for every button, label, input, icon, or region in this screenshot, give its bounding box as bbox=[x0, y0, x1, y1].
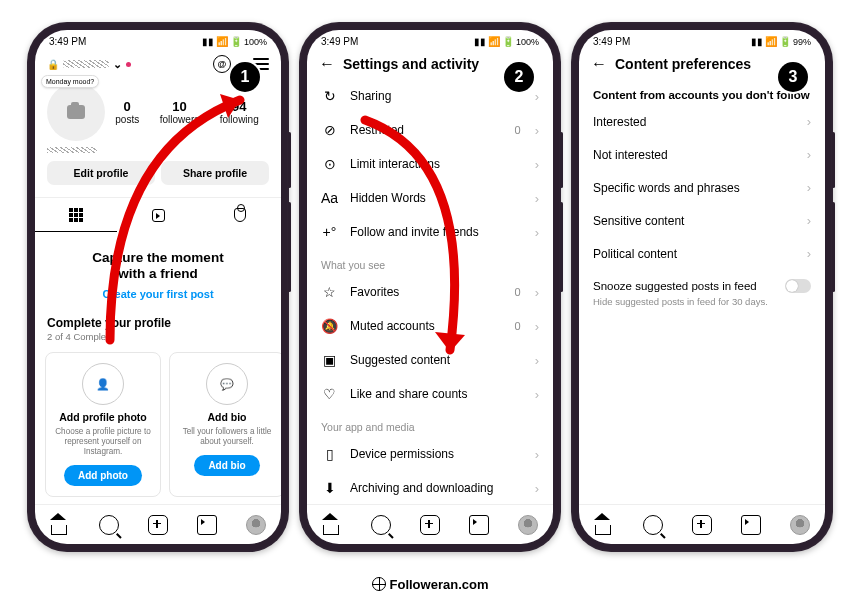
snooze-toggle[interactable] bbox=[785, 279, 811, 293]
row-label: Limit interactions bbox=[350, 157, 523, 171]
empty-state: Capture the momentwith a friend Create y… bbox=[35, 232, 281, 306]
step-badge-1: 1 bbox=[230, 62, 260, 92]
nav-profile[interactable] bbox=[246, 515, 266, 535]
create-first-post-link[interactable]: Create your first post bbox=[45, 288, 271, 300]
reels-icon bbox=[197, 515, 217, 535]
share-profile-button[interactable]: Share profile bbox=[161, 161, 269, 185]
chevron-right-icon: › bbox=[535, 387, 539, 402]
nav-home[interactable] bbox=[322, 515, 342, 535]
settings-row[interactable]: Interested› bbox=[579, 105, 825, 138]
row-icon: ♡ bbox=[321, 386, 338, 402]
back-icon[interactable]: ← bbox=[319, 55, 335, 73]
settings-row[interactable]: Specific words and phrases› bbox=[579, 171, 825, 204]
phone-2-frame: 3:49 PM ▮▮📶🔋100% ← Settings and activity… bbox=[299, 22, 561, 552]
back-icon[interactable]: ← bbox=[591, 55, 607, 73]
settings-row[interactable]: ▣Suggested content› bbox=[307, 343, 553, 377]
bottom-nav bbox=[35, 504, 281, 544]
mood-bubble[interactable]: Monday mood? bbox=[41, 75, 99, 88]
bottom-nav bbox=[579, 504, 825, 544]
stat-followers[interactable]: 10followers bbox=[160, 99, 199, 125]
account-switcher[interactable]: 🔒 ⌄ bbox=[47, 58, 131, 71]
settings-row[interactable]: ♡Like and share counts› bbox=[307, 377, 553, 411]
nav-reels[interactable] bbox=[197, 515, 217, 535]
row-meta: 0 bbox=[515, 124, 521, 136]
row-label: Sharing bbox=[350, 89, 523, 103]
settings-row[interactable]: ▯Device permissions› bbox=[307, 437, 553, 471]
phone-1-screen: 3:49 PM ▮▮📶🔋100% 🔒 ⌄ @ Monday mood? bbox=[35, 30, 281, 544]
row-label: Favorites bbox=[350, 285, 503, 299]
nav-create[interactable] bbox=[692, 515, 712, 535]
row-icon: ⬇ bbox=[321, 480, 338, 496]
settings-row[interactable]: ⬇Archiving and downloading› bbox=[307, 471, 553, 504]
chevron-right-icon: › bbox=[535, 353, 539, 368]
user-icon: 👤 bbox=[82, 363, 124, 405]
brand-footer: Followeran.com bbox=[0, 577, 860, 592]
settings-row[interactable]: ⊘Restricted0› bbox=[307, 113, 553, 147]
phone-2-screen: 3:49 PM ▮▮📶🔋100% ← Settings and activity… bbox=[307, 30, 553, 544]
status-time: 3:49 PM bbox=[593, 36, 630, 47]
avatar[interactable]: Monday mood? bbox=[47, 83, 105, 141]
step-badge-2: 2 bbox=[504, 62, 534, 92]
nav-home[interactable] bbox=[594, 515, 614, 535]
status-icons: ▮▮📶🔋100% bbox=[202, 36, 267, 47]
complete-cards: 👤 Add profile photo Choose a profile pic… bbox=[35, 346, 281, 497]
edit-profile-button[interactable]: Edit profile bbox=[47, 161, 155, 185]
nav-profile[interactable] bbox=[790, 515, 810, 535]
tab-reels[interactable] bbox=[117, 198, 199, 232]
nav-reels[interactable] bbox=[741, 515, 761, 535]
snooze-label: Snooze suggested posts in feed bbox=[593, 280, 773, 292]
status-bar: 3:49 PM ▮▮📶🔋100% bbox=[35, 30, 281, 49]
phone-1-frame: 3:49 PM ▮▮📶🔋100% 🔒 ⌄ @ Monday mood? bbox=[27, 22, 289, 552]
stat-posts[interactable]: 0posts bbox=[115, 99, 139, 125]
settings-row[interactable]: Not interested› bbox=[579, 138, 825, 171]
nav-search[interactable] bbox=[643, 515, 663, 535]
nav-create[interactable] bbox=[420, 515, 440, 535]
nav-create[interactable] bbox=[148, 515, 168, 535]
row-label: Specific words and phrases bbox=[593, 181, 795, 195]
settings-row[interactable]: AaHidden Words› bbox=[307, 181, 553, 215]
row-icon: ▣ bbox=[321, 352, 338, 368]
settings-row[interactable]: ⊙Limit interactions› bbox=[307, 147, 553, 181]
add-photo-button[interactable]: Add photo bbox=[64, 465, 142, 486]
search-icon bbox=[99, 515, 119, 535]
row-label: Political content bbox=[593, 247, 795, 261]
row-icon: +° bbox=[321, 224, 338, 240]
card-add-photo: 👤 Add profile photo Choose a profile pic… bbox=[45, 352, 161, 497]
row-label: Like and share counts bbox=[350, 387, 523, 401]
nav-profile[interactable] bbox=[518, 515, 538, 535]
row-icon: ⊙ bbox=[321, 156, 338, 172]
home-icon bbox=[50, 515, 70, 535]
threads-icon[interactable]: @ bbox=[213, 55, 231, 73]
chevron-right-icon: › bbox=[535, 89, 539, 104]
nav-home[interactable] bbox=[50, 515, 70, 535]
nav-search[interactable] bbox=[99, 515, 119, 535]
chevron-right-icon: › bbox=[535, 191, 539, 206]
card-add-bio: 💬 Add bio Tell your followers a little a… bbox=[169, 352, 281, 497]
chevron-right-icon: › bbox=[535, 285, 539, 300]
settings-row[interactable]: 🔕Muted accounts0› bbox=[307, 309, 553, 343]
add-bio-button[interactable]: Add bio bbox=[194, 455, 259, 476]
row-label: Archiving and downloading bbox=[350, 481, 523, 495]
settings-row[interactable]: +°Follow and invite friends› bbox=[307, 215, 553, 249]
chevron-right-icon: › bbox=[535, 157, 539, 172]
row-label: Muted accounts bbox=[350, 319, 503, 333]
settings-row[interactable]: ☆Favorites0› bbox=[307, 275, 553, 309]
section-what-you-see: What you see bbox=[307, 249, 553, 275]
chevron-right-icon: › bbox=[535, 481, 539, 496]
tab-grid[interactable] bbox=[35, 198, 117, 232]
camera-icon bbox=[67, 105, 85, 119]
chat-icon: 💬 bbox=[206, 363, 248, 405]
lock-icon: 🔒 bbox=[47, 59, 59, 70]
settings-row[interactable]: Political content› bbox=[579, 237, 825, 270]
tab-tagged[interactable] bbox=[199, 198, 281, 232]
settings-row[interactable]: Sensitive content› bbox=[579, 204, 825, 237]
complete-profile-section: Complete your profile 2 of 4 Complete bbox=[35, 306, 281, 346]
status-bar: 3:49 PM ▮▮📶🔋99% bbox=[579, 30, 825, 49]
profile-tabs bbox=[35, 197, 281, 232]
stat-following[interactable]: 94following bbox=[220, 99, 259, 125]
chevron-down-icon: ⌄ bbox=[113, 58, 122, 71]
row-icon: ▯ bbox=[321, 446, 338, 462]
nav-search[interactable] bbox=[371, 515, 391, 535]
nav-reels[interactable] bbox=[469, 515, 489, 535]
chevron-right-icon: › bbox=[535, 447, 539, 462]
